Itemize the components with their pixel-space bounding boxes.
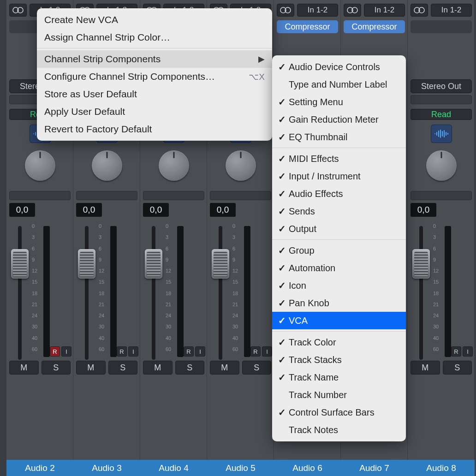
mute-button[interactable]: M	[143, 361, 173, 375]
submenu-item[interactable]: ✓Track Name	[272, 369, 406, 386]
solo-button[interactable]: S	[443, 361, 472, 375]
menu-item[interactable]: Channel Strip Components▶	[37, 50, 272, 68]
record-enable-button[interactable]: R	[250, 346, 261, 357]
scale-tick: 30	[232, 324, 244, 329]
track-name-label[interactable]: Audio 5	[207, 460, 274, 476]
input-monitor-button[interactable]: I	[128, 346, 138, 357]
submenu-item[interactable]: ✓VCA	[272, 312, 406, 329]
record-enable-button[interactable]: R	[50, 346, 60, 357]
vca-slot[interactable]	[76, 191, 137, 200]
submenu-item[interactable]: ✓Track Color	[272, 333, 406, 351]
scale-tick: 6	[99, 246, 110, 251]
scale-tick: 18	[232, 291, 244, 296]
record-enable-button[interactable]: R	[451, 346, 461, 357]
pan-knob[interactable]	[159, 150, 189, 181]
track-name-label[interactable]: Audio 4	[140, 460, 207, 476]
pan-knob[interactable]	[226, 150, 256, 181]
fader-cap[interactable]	[145, 249, 162, 279]
fader[interactable]	[8, 223, 32, 357]
submenu-item[interactable]: ✓Audio Effects	[272, 185, 406, 202]
group-slot[interactable]	[411, 95, 472, 104]
mute-button[interactable]: M	[411, 361, 440, 375]
submenu-item[interactable]: Type and Number Label	[272, 76, 406, 93]
submenu-item[interactable]: ✓Input / Instrument	[272, 167, 406, 185]
solo-button[interactable]: S	[42, 361, 71, 375]
scale-tick: 24	[99, 313, 110, 318]
output-selector[interactable]: Stereo Out	[411, 79, 472, 93]
fader-cap[interactable]	[78, 249, 95, 279]
input-monitor-button[interactable]: I	[195, 346, 205, 357]
stereo-mode-icon[interactable]	[411, 4, 428, 17]
track-name-label[interactable]: Audio 2	[6, 460, 73, 476]
input-selector[interactable]: In 1-2	[297, 4, 338, 17]
menu-item[interactable]: Create New VCA	[37, 11, 272, 29]
fader[interactable]	[410, 223, 433, 357]
insert-slot[interactable]	[411, 20, 472, 33]
input-monitor-button[interactable]: I	[463, 346, 473, 357]
menu-item[interactable]: Store as User Default	[37, 85, 272, 103]
submenu-item[interactable]: ✓Automation	[272, 259, 406, 277]
mute-button[interactable]: M	[76, 361, 106, 375]
pan-knob[interactable]	[92, 150, 122, 181]
fader[interactable]	[75, 223, 99, 357]
vca-slot[interactable]	[210, 191, 271, 200]
menu-item[interactable]: Revert to Factory Default	[37, 120, 272, 138]
stereo-mode-icon[interactable]	[9, 4, 27, 17]
submenu-item[interactable]: Track Notes	[272, 421, 406, 439]
fader-scale: 03691215182124304060	[166, 223, 177, 357]
input-monitor-button[interactable]: I	[262, 346, 272, 357]
mute-button[interactable]: M	[210, 361, 239, 375]
track-name-label[interactable]: Audio 8	[408, 460, 475, 476]
scale-tick: 15	[166, 279, 177, 285]
solo-button[interactable]: S	[175, 361, 205, 375]
insert-slot[interactable]: Compressor	[344, 20, 405, 33]
insert-slot[interactable]: Compressor	[277, 20, 338, 33]
pan-knob[interactable]	[426, 150, 457, 181]
record-enable-button[interactable]: R	[117, 346, 127, 357]
submenu-item[interactable]: ✓MIDI Effects	[272, 150, 406, 167]
stereo-mode-icon[interactable]	[277, 4, 294, 17]
submenu-item[interactable]: Track Number	[272, 386, 406, 404]
submenu-item[interactable]: ✓Audio Device Controls	[272, 58, 406, 76]
fader-cap[interactable]	[212, 249, 229, 279]
submenu-item[interactable]: ✓Sends	[272, 202, 406, 220]
fader-cap[interactable]	[412, 249, 430, 279]
track-icon[interactable]	[431, 125, 452, 143]
submenu-item[interactable]: ✓Icon	[272, 277, 406, 294]
record-enable-button[interactable]: R	[184, 346, 194, 357]
menu-item[interactable]: Configure Channel Strip Components…⌥X	[37, 68, 272, 85]
fader[interactable]	[209, 223, 232, 357]
fader[interactable]	[142, 223, 166, 357]
checkmark-icon: ✓	[277, 171, 287, 182]
track-name-label[interactable]: Audio 6	[274, 460, 341, 476]
submenu-item[interactable]: ✓Pan Knob	[272, 294, 406, 312]
submenu-item[interactable]: ✓Track Stacks	[272, 351, 406, 369]
menu-item-label: Store as User Default	[44, 89, 137, 100]
fader-scale: 03691215182124304060	[32, 223, 43, 357]
track-name-label[interactable]: Audio 7	[341, 460, 408, 476]
input-selector[interactable]: In 1-2	[431, 4, 472, 17]
submenu-item-label: Setting Menu	[289, 97, 343, 107]
submenu-item[interactable]: ✓EQ Thumbnail	[272, 128, 406, 146]
mute-button[interactable]: M	[9, 361, 39, 375]
automation-mode-button[interactable]: Read	[411, 109, 472, 120]
pan-knob[interactable]	[25, 150, 55, 181]
stereo-mode-icon[interactable]	[344, 4, 361, 17]
submenu-item[interactable]: ✓Gain Reduction Meter	[272, 111, 406, 128]
submenu-item[interactable]: ✓Setting Menu	[272, 93, 406, 111]
track-name-label[interactable]: Audio 3	[73, 460, 140, 476]
vca-slot[interactable]	[143, 191, 204, 200]
submenu-item[interactable]: ✓Output	[272, 220, 406, 238]
solo-button[interactable]: S	[242, 361, 272, 375]
vca-slot[interactable]	[411, 191, 472, 200]
vca-slot[interactable]	[9, 191, 71, 200]
submenu-item[interactable]: ✓Control Surface Bars	[272, 404, 406, 421]
fader-cap[interactable]	[11, 249, 29, 279]
solo-button[interactable]: S	[108, 361, 138, 375]
menu-item[interactable]: Assign Channel Strip Color…	[37, 29, 272, 46]
input-monitor-button[interactable]: I	[61, 346, 71, 357]
menu-item[interactable]: Apply User Default	[37, 103, 272, 120]
scale-tick: 6	[433, 246, 445, 251]
submenu-item[interactable]: ✓Group	[272, 242, 406, 259]
input-selector[interactable]: In 1-2	[364, 4, 405, 17]
